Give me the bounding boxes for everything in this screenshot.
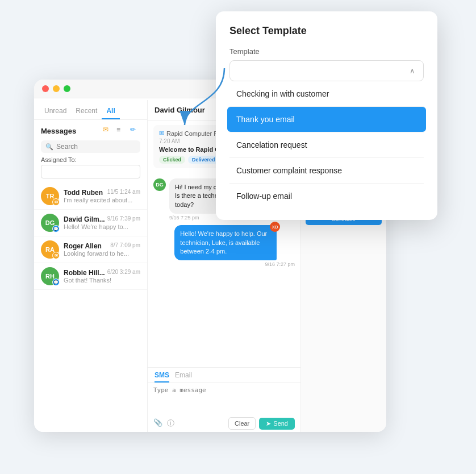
contact-info: Roger Allen 8/7 7:09 pm Looking forward … xyxy=(64,242,140,257)
send-icon: ➤ xyxy=(266,420,271,427)
chat-tabs: SMS Email xyxy=(148,367,300,382)
emoji-icon[interactable]: ⓘ xyxy=(167,418,174,429)
contact-preview: Hello! We're happy to... xyxy=(64,223,140,230)
contact-name: Robbie Hill... 6/20 3:29 am xyxy=(64,269,140,277)
contact-preview: Looking forward to he... xyxy=(64,250,140,257)
template-option-cancellation[interactable]: Cancelation request xyxy=(227,132,426,157)
contact-badge: 💬 xyxy=(52,278,60,286)
assigned-input[interactable] xyxy=(41,165,140,178)
contact-badge: ✉ xyxy=(52,198,60,206)
agent-badge: XD xyxy=(270,222,280,232)
sidebar-action-icons: ✉ ≡ ✏ xyxy=(103,126,140,136)
avatar: RA ✉ xyxy=(41,240,59,259)
send-button[interactable]: ➤ Send xyxy=(259,418,295,430)
contact-preview: Got that! Thanks! xyxy=(64,277,140,284)
sidebar-tabs: Unread Recent All xyxy=(34,100,147,120)
clicked-badge: Clicked xyxy=(159,156,185,164)
contact-info: David Gilm... 9/16 7:39 pm Hello! We're … xyxy=(64,215,140,230)
search-box: 🔍 xyxy=(41,140,140,153)
assigned-to-section: Assigned To: xyxy=(34,156,147,183)
contact-preview: I'm really excited about... xyxy=(64,197,140,203)
template-dropdown[interactable]: ∧ xyxy=(229,60,424,81)
compose-icon[interactable]: ✏ xyxy=(130,126,140,136)
chat-input-actions: 📎 ⓘ Clear ➤ Send xyxy=(153,417,295,430)
email-icon: ✉ xyxy=(159,130,164,137)
list-item[interactable]: TR ✉ Todd Ruben 11/5 1:24 am I'm really … xyxy=(34,183,147,210)
search-icon: 🔍 xyxy=(45,143,53,151)
avatar: RH 💬 xyxy=(41,267,59,285)
template-label: Template xyxy=(229,47,424,56)
contact-name: Roger Allen 8/7 7:09 pm xyxy=(64,242,140,250)
sidebar: Unread Recent All Messages ✉ ≡ ✏ 🔍 Assig… xyxy=(34,100,148,432)
contact-badge: 💬 xyxy=(52,225,60,232)
contact-name: Todd Ruben 11/5 1:24 am xyxy=(64,189,140,197)
list-icon[interactable]: ≡ xyxy=(116,126,127,136)
modal-title: Select Template xyxy=(229,25,424,37)
tab-recent[interactable]: Recent xyxy=(71,105,102,119)
assigned-label: Assigned To: xyxy=(41,156,140,163)
avatar: TR ✉ xyxy=(41,187,59,205)
close-button[interactable] xyxy=(42,85,49,92)
sidebar-header: Messages ✉ ≡ ✏ xyxy=(34,120,147,138)
chevron-up-icon: ∧ xyxy=(410,66,415,75)
contact-list: TR ✉ Todd Ruben 11/5 1:24 am I'm really … xyxy=(34,183,147,290)
list-item[interactable]: RA ✉ Roger Allen 8/7 7:09 pm Looking for… xyxy=(34,236,147,263)
tab-email[interactable]: Email xyxy=(175,371,192,382)
tab-all[interactable]: All xyxy=(102,105,119,119)
list-item[interactable]: RH 💬 Robbie Hill... 6/20 3:29 am Got tha… xyxy=(34,263,147,290)
avatar: DG 💬 xyxy=(41,214,59,232)
template-option-thankyou[interactable]: Thank you email xyxy=(227,107,426,132)
clear-button[interactable]: Clear xyxy=(228,417,256,430)
contact-info: Todd Ruben 11/5 1:24 am I'm really excit… xyxy=(64,189,140,203)
contact-badge: ✉ xyxy=(52,252,60,259)
minimize-button[interactable] xyxy=(53,85,60,92)
message-outgoing: XD Hello! We're happy to help. Our techn… xyxy=(174,225,295,267)
avatar: DG xyxy=(153,178,166,191)
contact-name: David Gilm... 9/16 7:39 pm xyxy=(64,215,140,223)
tab-sms[interactable]: SMS xyxy=(155,371,169,382)
attach-icons: 📎 ⓘ xyxy=(153,418,174,429)
chat-input-area: 📎 ⓘ Clear ➤ Send xyxy=(148,382,300,432)
email-icon[interactable]: ✉ xyxy=(103,126,113,136)
maximize-button[interactable] xyxy=(64,85,70,92)
list-item[interactable]: DG 💬 David Gilm... 9/16 7:39 pm Hello! W… xyxy=(34,210,147,236)
template-option-checking[interactable]: Checking in with customer xyxy=(227,81,426,106)
delivered-badge: Delivered xyxy=(188,156,219,164)
attachment-icon[interactable]: 📎 xyxy=(153,418,162,429)
template-option-complaint[interactable]: Customer complaint response xyxy=(227,158,426,183)
sidebar-title: Messages xyxy=(41,127,76,135)
template-option-followup[interactable]: Follow-up email xyxy=(227,184,426,209)
send-actions: Clear ➤ Send xyxy=(228,417,295,430)
msg-time: 9/16 7:27 pm xyxy=(174,261,295,267)
tab-unread[interactable]: Unread xyxy=(40,105,71,119)
contact-info: Robbie Hill... 6/20 3:29 am Got that! Th… xyxy=(64,269,140,284)
chat-input[interactable] xyxy=(153,386,295,415)
template-modal: Select Template Template ∧ Checking in w… xyxy=(216,11,437,220)
search-input[interactable] xyxy=(56,143,136,151)
template-options: Checking in with customer Thank you emai… xyxy=(229,81,424,209)
msg-bubble: XD Hello! We're happy to help. Our techn… xyxy=(174,225,277,260)
